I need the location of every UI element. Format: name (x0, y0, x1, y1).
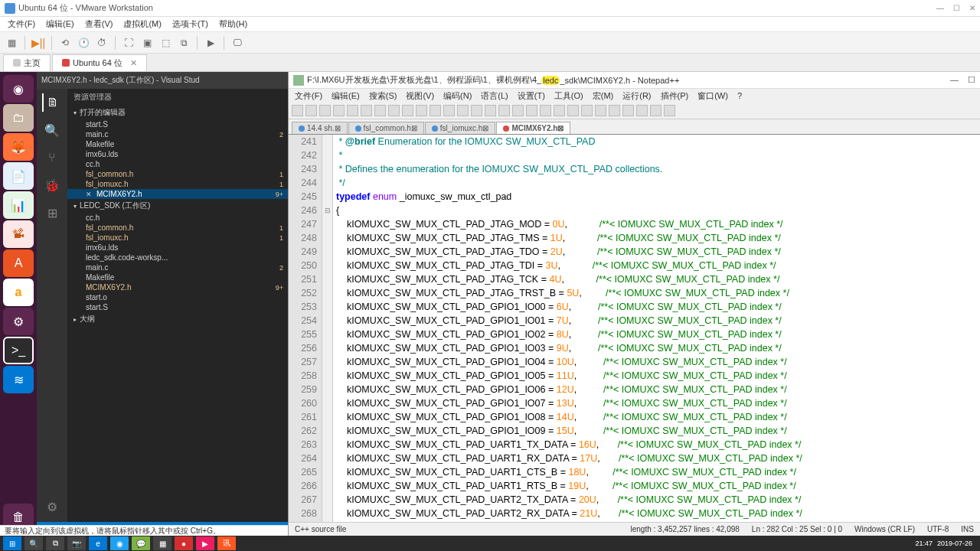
open-editor-item[interactable]: fsl_iomuxc.h1 (67, 179, 288, 189)
files-icon[interactable]: 🗀 (3, 104, 34, 132)
npp-toolbar-button[interactable] (361, 105, 372, 116)
open-editor-item[interactable]: imx6u.lds (67, 149, 288, 159)
workspace-file-item[interactable]: MCIMX6Y2.h9+ (67, 282, 288, 292)
workspace-file-item[interactable]: fsl_common.h1 (67, 223, 288, 233)
npp-tab[interactable]: 14.4 sh.⊠ (292, 122, 348, 134)
search-icon[interactable]: 🔍 (43, 121, 61, 139)
edge-icon[interactable]: e (89, 536, 107, 550)
vmware-menu-item[interactable]: 选项卡(T) (168, 17, 213, 31)
npp-toolbar-button[interactable] (498, 105, 510, 116)
npp-menu-item[interactable]: 插件(P) (658, 90, 692, 103)
npp-toolbar-button[interactable] (512, 105, 524, 116)
firefox-icon[interactable]: 🦊 (3, 133, 34, 161)
app-icon[interactable]: ◉ (110, 536, 129, 550)
npp-toolbar-button[interactable] (374, 105, 386, 116)
calc-icon[interactable]: 📊 (3, 191, 34, 219)
gear-icon[interactable]: ⚙ (43, 497, 61, 516)
screen-icon[interactable]: ⬚ (158, 36, 172, 50)
app4-icon[interactable]: ▶ (196, 536, 214, 550)
terminal-icon[interactable]: >_ (3, 337, 34, 364)
fullscreen-icon[interactable]: ⛶ (122, 36, 136, 50)
vmware-menu-item[interactable]: 文件(F) (3, 17, 40, 31)
store-icon[interactable]: A (3, 249, 34, 277)
npp-menu-item[interactable]: 搜索(S) (366, 90, 400, 103)
open-editor-item[interactable]: cc.h (67, 159, 288, 169)
maximize-icon[interactable]: ☐ (953, 4, 960, 12)
git-icon[interactable]: ⑂ (43, 148, 61, 167)
npp-menu-item[interactable]: 编码(N) (440, 90, 475, 103)
npp-toolbar-button[interactable] (333, 105, 345, 116)
search-button[interactable]: 🔍 (24, 536, 43, 550)
npp-toolbar-button[interactable] (443, 105, 455, 116)
app2-icon[interactable]: ▦ (153, 536, 172, 550)
vmware-menu-item[interactable]: 虚拟机(M) (119, 17, 166, 31)
workspace-file-item[interactable]: start.S (67, 302, 288, 312)
npp-tab[interactable]: fsl_common.h⊠ (348, 122, 424, 134)
npp-menu-item[interactable]: 工具(O) (551, 90, 586, 103)
npp-toolbar-button[interactable] (319, 105, 331, 116)
npp-toolbar-button[interactable] (430, 105, 441, 116)
vmware-menu-item[interactable]: 编辑(E) (41, 17, 79, 31)
taskview-button[interactable]: ⧉ (46, 536, 64, 550)
workspace-file-item[interactable]: Makefile (67, 272, 288, 282)
npp-tab[interactable]: fsl_iomuxc.h⊠ (425, 122, 496, 134)
npp-menu-item[interactable]: 编辑(E) (328, 90, 363, 103)
workspace-file-item[interactable]: imx6u.lds (67, 243, 288, 253)
wechat-icon[interactable]: 💬 (132, 536, 150, 550)
npp-toolbar-button[interactable] (402, 105, 413, 116)
npp-toolbar-button[interactable] (595, 105, 606, 116)
npp-menu-item[interactable]: 视图(V) (403, 90, 437, 103)
npp-menu-item[interactable]: 语言(L) (478, 90, 511, 103)
writer-icon[interactable]: 📄 (3, 162, 34, 190)
npp-editor[interactable]: 2412422432442452462472482492502512522532… (289, 135, 980, 522)
workspace-file-item[interactable]: fsl_iomuxc.h1 (67, 233, 288, 243)
multi-icon[interactable]: ⧉ (177, 36, 191, 50)
tab-home[interactable]: 主页 (3, 54, 51, 71)
open-editor-item[interactable]: Makefile (67, 139, 288, 149)
npp-toolbar-button[interactable] (292, 105, 303, 116)
vmware-menu-item[interactable]: 帮助(H) (214, 17, 252, 31)
debug-icon[interactable]: 🐞 (43, 176, 61, 194)
npp-menu-item[interactable]: ? (734, 90, 745, 101)
npp-toolbar-button[interactable] (305, 105, 317, 116)
npp-toolbar-button[interactable] (540, 105, 551, 116)
app5-icon[interactable]: 讯 (217, 536, 236, 550)
app3-icon[interactable]: ● (175, 536, 193, 550)
npp-toolbar-button[interactable] (471, 105, 482, 116)
tab-ubuntu[interactable]: Ubuntu 64 位✕ (52, 54, 147, 71)
workspace-file-item[interactable]: cc.h (67, 213, 288, 223)
npp-tab[interactable]: MCIMX6Y2.h⊠ (496, 122, 570, 134)
npp-toolbar-button[interactable] (664, 105, 675, 116)
npp-toolbar-button[interactable] (650, 105, 662, 116)
npp-toolbar-button[interactable] (526, 105, 537, 116)
close-icon[interactable]: ✕ (969, 4, 975, 12)
npp-toolbar-button[interactable] (567, 105, 579, 116)
npp-minimize-icon[interactable]: — (950, 75, 959, 85)
workspace-file-item[interactable]: start.o (67, 292, 288, 302)
outline-section[interactable]: 大纲 (67, 312, 288, 326)
library-icon[interactable]: ▦ (5, 36, 18, 50)
clock-icon[interactable]: 🕐 (77, 36, 90, 50)
npp-toolbar-button[interactable] (457, 105, 469, 116)
npp-menu-item[interactable]: 运行(R) (619, 90, 654, 103)
impress-icon[interactable]: 📽 (3, 220, 34, 248)
minimize-icon[interactable]: — (936, 4, 944, 12)
settings-icon[interactable]: ⚙ (3, 308, 34, 335)
snapshot-mgr-icon[interactable]: ⏱ (95, 36, 109, 50)
npp-toolbar-button[interactable] (388, 105, 400, 116)
code-content[interactable]: * @brief Enumeration for the IOMUXC SW_M… (333, 135, 980, 522)
workspace-file-item[interactable]: ledc_sdk.code-worksp... (67, 253, 288, 262)
start-button[interactable]: ⊞ (3, 536, 21, 550)
npp-toolbar-button[interactable] (636, 105, 648, 116)
npp-toolbar-button[interactable] (554, 105, 565, 116)
npp-menu-item[interactable]: 文件(F) (292, 90, 325, 103)
npp-toolbar-button[interactable] (622, 105, 634, 116)
open-editor-item[interactable]: start.S (67, 119, 288, 129)
npp-menu-item[interactable]: 宏(M) (590, 90, 617, 103)
npp-menu-item[interactable]: 设置(T) (514, 90, 548, 103)
npp-toolbar-button[interactable] (485, 105, 496, 116)
tool1-icon[interactable]: ▶ (204, 36, 217, 50)
npp-toolbar-button[interactable] (347, 105, 358, 116)
system-tray[interactable]: 21:47 2019-07-26 (915, 540, 977, 547)
npp-toolbar-button[interactable] (581, 105, 593, 116)
